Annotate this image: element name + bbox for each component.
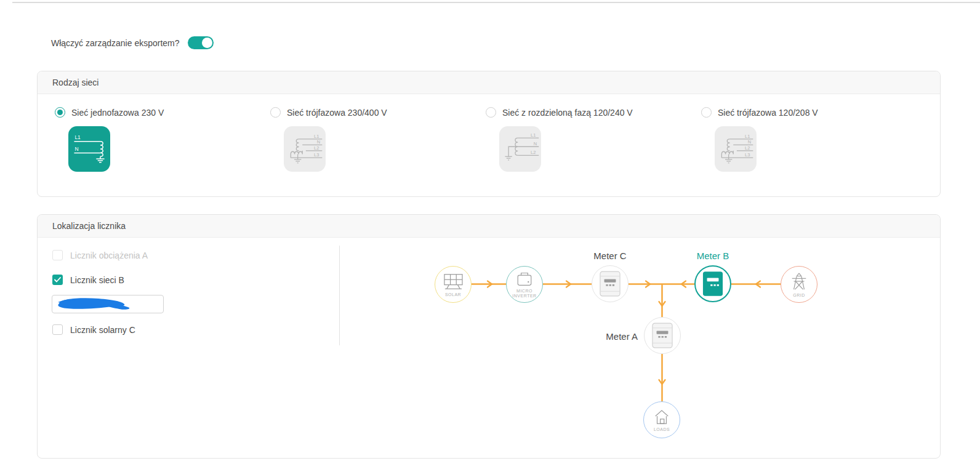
- micro-inverter-icon: [514, 270, 535, 287]
- vertical-divider: [339, 246, 340, 345]
- house-icon: [652, 408, 672, 425]
- solar-panel-icon: [441, 272, 465, 291]
- svg-text:L1: L1: [74, 134, 81, 140]
- grid-tower-icon: [789, 271, 809, 291]
- radio-selected-icon[interactable]: [55, 107, 65, 118]
- node-inner-label: LOADS: [654, 427, 670, 432]
- checkbox-label: Licznik sieci B: [70, 275, 124, 285]
- grid-type-option-single-phase: Sieć jednofazowa 230 V L1 N: [55, 107, 267, 172]
- checkbox-label: Licznik obciążenia A: [70, 251, 148, 260]
- three-phase-icon: L1 N L2 L3: [715, 126, 757, 172]
- checkbox-grid-meter-b[interactable]: [52, 275, 63, 285]
- export-toggle-label: Włączyć zarządzanie eksportem?: [51, 38, 180, 48]
- checkbox-solar-meter-c[interactable]: [52, 324, 63, 335]
- svg-text:N: N: [748, 140, 751, 145]
- split-phase-icon: L1 N L2: [499, 126, 541, 172]
- meter-icon: [600, 271, 621, 297]
- meter-b-serial-input[interactable]: [52, 295, 164, 313]
- single-phase-icon: L1 N: [68, 126, 110, 172]
- svg-text:L3: L3: [314, 152, 319, 158]
- svg-text:L1: L1: [531, 132, 536, 138]
- export-toggle-row: Włączyć zarządzanie eksportem?: [51, 36, 214, 49]
- meter-b-label: Meter B: [682, 251, 744, 261]
- meter-location-panel-header: Lokalizacja licznika: [38, 215, 940, 238]
- grid-type-panel-header: Rodzaj sieci: [38, 71, 940, 94]
- radio-icon[interactable]: [270, 107, 281, 118]
- radio-split-phase-120-240v[interactable]: Sieć z rozdzieloną fazą 120/240 V: [486, 107, 698, 118]
- node-inner-label: MICRO INVERTER: [512, 289, 536, 299]
- toggle-knob-icon: [202, 38, 212, 48]
- radio-three-phase-208v[interactable]: Sieć trójfazowa 120/208 V: [701, 107, 914, 118]
- top-divider: [12, 2, 980, 3]
- diagram-node-micro-inverter: MICRO INVERTER: [506, 266, 543, 303]
- svg-text:N: N: [534, 141, 537, 147]
- checkbox-row-solar-meter-c[interactable]: Licznik solarny C: [52, 324, 135, 335]
- option-label: Sieć trójfazowa 120/208 V: [718, 108, 818, 118]
- diagram-node-loads: LOADS: [643, 401, 680, 438]
- option-label: Sieć z rozdzieloną fazą 120/240 V: [502, 108, 633, 118]
- diagram-node-solar: SOLAR: [435, 266, 472, 303]
- export-management-page: Włączyć zarządzanie eksportem? Rodzaj si…: [0, 0, 980, 466]
- radio-icon[interactable]: [486, 107, 496, 118]
- checkbox-row-load-meter-a[interactable]: Licznik obciążenia A: [52, 250, 148, 260]
- meter-c-label: Meter C: [579, 251, 641, 261]
- node-inner-label: GRID: [793, 293, 805, 298]
- grid-type-option-split-phase: Sieć z rozdzieloną fazą 120/240 V L1: [486, 107, 698, 172]
- svg-text:L1: L1: [745, 134, 750, 139]
- meter-icon: [652, 323, 673, 348]
- meter-a-label: Meter A: [564, 331, 638, 342]
- grid-type-panel: Rodzaj sieci Sieć jednofazowa 230 V: [37, 71, 941, 197]
- radio-single-phase-230v[interactable]: Sieć jednofazowa 230 V: [55, 107, 267, 118]
- radio-three-phase-400v[interactable]: Sieć trójfazowa 230/400 V: [270, 107, 483, 118]
- radio-icon[interactable]: [701, 107, 712, 118]
- svg-text:L2: L2: [531, 150, 536, 156]
- meter-location-panel: Lokalizacja licznika Licznik obciążenia …: [37, 214, 941, 459]
- diagram-node-meter-c: [592, 265, 629, 302]
- diagram-node-meter-a: [644, 317, 681, 354]
- meter-b-serial-input-wrap: [52, 295, 164, 313]
- flow-lines: [38, 215, 940, 458]
- svg-text:L1: L1: [314, 134, 319, 139]
- meter-icon-active: [702, 271, 723, 297]
- three-phase-icon: L1 N L2 L3: [284, 126, 326, 172]
- node-inner-label: SOLAR: [445, 292, 461, 297]
- checkbox-row-grid-meter-b[interactable]: Licznik sieci B: [52, 275, 124, 285]
- grid-type-option-three-phase-208: Sieć trójfazowa 120/208 V: [701, 107, 914, 172]
- check-icon: [54, 277, 61, 283]
- grid-type-option-three-phase-400: Sieć trójfazowa 230/400 V: [270, 107, 483, 172]
- checkbox-load-meter-a[interactable]: [52, 250, 63, 260]
- option-label: Sieć trójfazowa 230/400 V: [287, 108, 387, 118]
- svg-text:N: N: [74, 146, 78, 152]
- option-label: Sieć jednofazowa 230 V: [71, 108, 164, 118]
- export-toggle[interactable]: [188, 36, 214, 49]
- checkbox-label: Licznik solarny C: [70, 325, 135, 335]
- diagram-node-grid: GRID: [781, 266, 817, 303]
- svg-text:L3: L3: [745, 152, 750, 158]
- svg-text:N: N: [317, 140, 320, 145]
- diagram-node-meter-b: [694, 265, 731, 302]
- svg-text:L2: L2: [745, 145, 750, 151]
- svg-text:L2: L2: [314, 145, 319, 151]
